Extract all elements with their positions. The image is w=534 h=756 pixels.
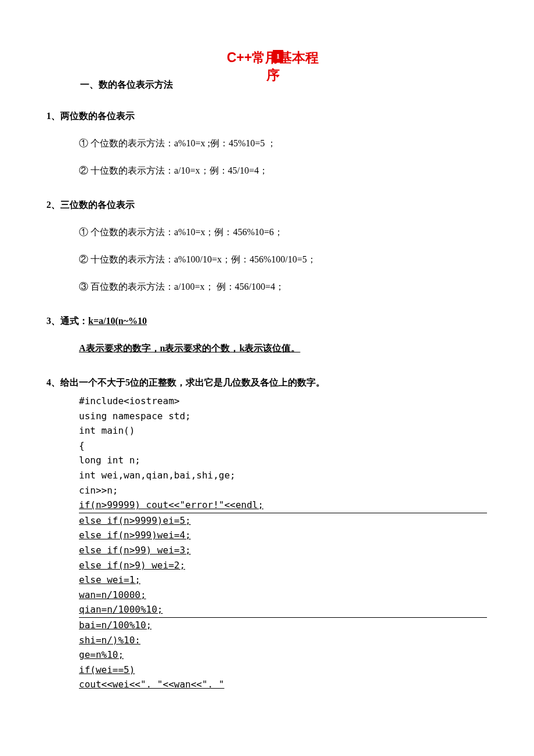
code-line: cout<<wei<<". "<<wan<<". " [79,677,488,692]
code-line: int wei,wan,qian,bai,shi,ge; [79,468,488,483]
code-line: long int n; [79,453,488,468]
item-3-note: A表示要求的数字，n表示要求的个数，k表示该位值。 [79,343,488,355]
code-line: { [79,438,488,453]
code-line: bai=n/100%10; [79,618,488,633]
item-3-formula: k=a/10(n~%10 [88,316,147,326]
code-line: ge=n%10; [79,647,488,663]
item-2-sub-1: ① 个位数的表示方法：a%10=x；例：456%10=6； [79,226,488,239]
item-2-sub-3: ③ 百位数的表示方法：a/100=x； 例：456/100=4； [79,281,488,293]
page-badge: 1 [273,50,283,63]
title-line-2: 序 [266,67,280,82]
item-4: 4、给出一个不大于5位的正整数，求出它是几位数及各位上的数字。 [46,377,488,389]
code-line: if(n>99999) cout<<"error!"<<endl; [79,498,488,513]
code-line: else if(n>9999)ei=5; [79,513,488,528]
page: C++常用基本程 序 1 一、数的各位表示方法 1、两位数的各位表示 ① 个位数… [0,0,534,715]
code-line: else if(n>9) wei=2; [79,558,488,573]
code-block: #include<iostream>using namespace std;in… [79,394,488,692]
code-line: if(wei==5) [79,663,488,678]
code-line: shi=n/)%10: [79,633,488,648]
code-line: else wei=1; [79,573,488,588]
item-3-prefix: 3、通式： [46,316,88,326]
section-heading: 一、数的各位表示方法 [80,79,173,91]
code-line: else if(n>99) wei=3; [79,543,488,558]
item-3-note-text: A表示要求的数字，n表示要求的个数，k表示该位值。 [79,343,300,353]
code-line: using namespace std; [79,409,488,424]
item-1: 1、两位数的各位表示 [46,110,488,123]
item-3: 3、通式：k=a/10(n~%10 [46,315,488,327]
code-line: qian=n/1000%10; [79,602,488,617]
code-line: int main() [79,423,488,438]
code-line: cin>>n; [79,483,488,498]
code-line: else if(n>999)wei=4; [79,528,488,543]
item-2-sub-2: ② 十位数的表示方法：a%100/10=x；例：456%100/10=5； [79,254,488,266]
item-2: 2、三位数的各位表示 [46,199,488,211]
code-line: #include<iostream> [79,394,488,409]
item-1-sub-1: ① 个位数的表示方法：a%10=x ;例：45%10=5 ； [79,138,488,150]
code-line: wan=n/10000; [79,588,488,603]
title-area: C++常用基本程 序 1 一、数的各位表示方法 [46,46,488,87]
item-1-sub-2: ② 十位数的表示方法：a/10=x；例：45/10=4； [79,165,488,177]
